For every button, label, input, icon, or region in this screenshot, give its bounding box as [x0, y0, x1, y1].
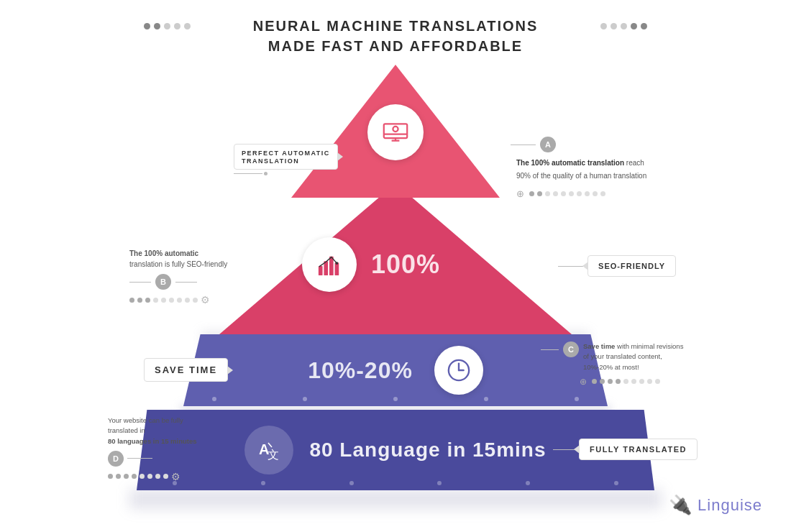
tier2-left-annotation: The 100% automatic translation is fully …: [129, 248, 244, 306]
header: NEURAL MACHINE TRANSLATIONS MADE FAST AN…: [0, 0, 791, 56]
brand-logo-icon: 🔌: [669, 494, 692, 516]
header-dots-left: [144, 23, 191, 29]
fully-translated-box: FULLY TRANSLATED: [579, 439, 698, 460]
tier3-percent: 10%-20%: [308, 357, 413, 384]
save-time-box: SAVE TIME: [144, 358, 228, 382]
seo-friendly-box: SEO-FRIENDLY: [587, 255, 676, 277]
tier3-icon: [434, 346, 483, 395]
brand-name: Linguise: [698, 496, 762, 515]
svg-point-10: [336, 262, 339, 265]
tier2-icon: [302, 237, 357, 292]
tier3-content: 10%-20%: [308, 346, 483, 395]
tier1-icon: [367, 104, 424, 160]
tier2-percent: 100%: [371, 249, 440, 280]
tier3-right-annotation: C Save time with minimal revisions of yo…: [541, 341, 685, 387]
brand: 🔌 Linguise: [669, 494, 762, 516]
perfect-auto-box: PERFECT AUTOMATIC TRANSLATION: [234, 144, 338, 170]
header-dots-right: [600, 23, 647, 29]
tier1-left-label: PERFECT AUTOMATIC TRANSLATION: [234, 144, 338, 175]
page-title: NEURAL MACHINE TRANSLATIONS MADE FAST AN…: [0, 16, 791, 56]
svg-text:文: 文: [268, 449, 279, 461]
tier4-right-label: FULLY TRANSLATED: [553, 439, 698, 460]
tier4-text: 80 Language in 15mins: [309, 439, 546, 462]
tier4-shadow: [129, 489, 662, 509]
tier1-right-annotation: A The 100% automatic translation reach 9…: [511, 137, 647, 199]
tier4-left-annotation: Your website can be fully translated in …: [108, 416, 198, 482]
tier2-content: 100%: [302, 237, 489, 292]
tier2-right-label: SEO-FRIENDLY: [558, 255, 676, 277]
tier4-content: A 文 80 Language in 15mins: [244, 426, 546, 474]
svg-rect-6: [319, 266, 323, 275]
svg-point-5: [393, 127, 398, 132]
tier4-icon: A 文: [244, 426, 293, 474]
tier3-left-label: SAVE TIME: [144, 358, 228, 382]
